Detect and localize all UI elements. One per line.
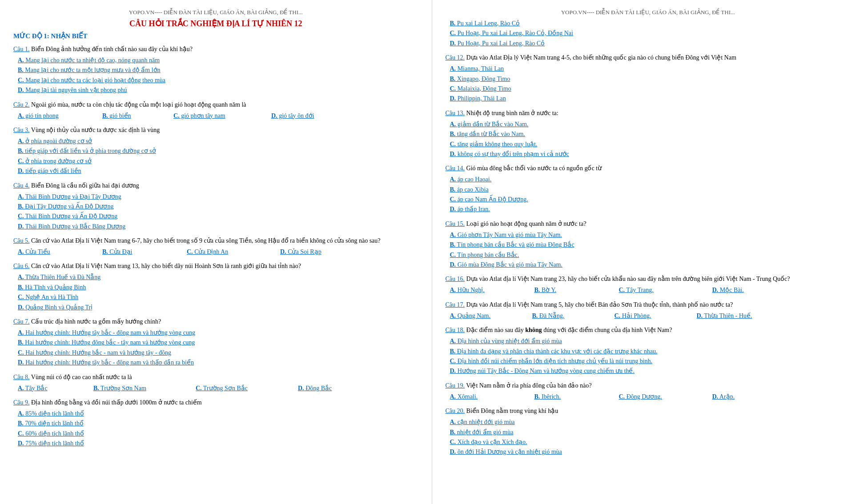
right-column: YOPO.VN---- DIỄN ĐÀN TÀI LIỆU, GIÁO ÁN, … xyxy=(432,0,864,504)
answer-item: D. Thừa Thiên - Huế. xyxy=(697,311,792,321)
question-14: Câu 14. Gió mùa đông bắc thổi vào nước t… xyxy=(446,164,851,215)
answer-item: A. Địa hình của vùng nhiệt đới ẩm gió mù… xyxy=(450,336,838,346)
q3-num: Câu 3. xyxy=(13,127,30,133)
answer-item: C. tăng giảm không theo quy luật. xyxy=(450,140,643,149)
q1-answers: A. Mang lại cho nước ta nhiệt độ cao, nó… xyxy=(18,56,418,96)
answer-item: B. Địa hình đa dạng và phân chia thành c… xyxy=(450,347,838,356)
answer-item: C. gió phơn tây nam xyxy=(173,111,258,121)
q9-num: Câu 9. xyxy=(13,399,30,406)
q18-num: Câu 18. xyxy=(446,327,465,333)
question-12: Câu 12. Dựa vào Atlat Địa lý Việt Nam tr… xyxy=(446,53,851,104)
q14-answers: A. áp cao Haoai. B. áp cao Xibia C. áp c… xyxy=(450,175,851,215)
question-1: Câu 1. Biển Đông ảnh hưởng đến tính chất… xyxy=(13,44,418,96)
answer-item: C. Đông Dương. xyxy=(619,392,699,402)
q8-answers: A. Tây Bắc B. Trường Sơn Nam C. Trường S… xyxy=(18,384,418,393)
q14-text: Gió mùa đông bắc thổi vào nước ta có ngu… xyxy=(466,165,602,172)
answer-item: D. gió tây ôn đới xyxy=(271,111,351,121)
answer-item: A. Xômali. xyxy=(450,392,521,402)
left-column: YOPO.VN---- DIỄN ĐÀN TÀI LIỆU, GIÁO ÁN, … xyxy=(0,0,432,504)
q3-answers: A. ở phía ngoài đường cơ sở B. tiếp giáp… xyxy=(18,136,418,176)
question-4: Câu 4. Biển Đông là cầu nối giữa hai đại… xyxy=(13,181,418,232)
answer-item: A. Cửa Tiểu xyxy=(18,247,89,257)
answer-item: D. Quảng Bình và Quảng Trị xyxy=(18,303,210,312)
answer-item: D. Đông Bắc xyxy=(298,384,360,393)
answer-item: B. Pu xai Lai Leng, Rào Cỏ xyxy=(450,19,838,28)
answer-item: A. giảm dần từ Bắc vào Nam. xyxy=(450,120,643,129)
answer-item: A. Mang lại cho nước ta nhiệt độ cao, nó… xyxy=(18,56,405,65)
answer-item: C. Hải Phòng. xyxy=(615,311,683,321)
q9-text: Địa hình đồng bằng và đồi núi thấp dưới … xyxy=(31,399,202,406)
q13-num: Câu 13. xyxy=(446,110,465,116)
answer-item: B. nhiệt đới ẩm gió mùa xyxy=(450,428,643,437)
answer-item: C. Tây Trang. xyxy=(619,285,699,295)
q12-answers: A. Mianma, Thái Lan B. Xingapo, Đông Tim… xyxy=(450,64,851,104)
answer-item: D. Mộc Bài. xyxy=(712,285,792,295)
q17-text: Dựa vào Atlat địa lí Việt Nam trang 5, h… xyxy=(466,301,733,308)
q17-answers: A. Quảng Nam. B. Đà Nẵng. C. Hải Phòng. … xyxy=(450,311,851,321)
question-3: Câu 3. Vùng nội thủy của nước ta được xá… xyxy=(13,125,418,176)
answer-item: B. Tín phong bán cầu Bắc và gió mùa Đông… xyxy=(450,240,838,250)
site-header-right: YOPO.VN---- DIỄN ĐÀN TÀI LIỆU, GIÁO ÁN, … xyxy=(446,9,851,16)
question-18: Câu 18. Đặc điểm nào sau đây không đúng … xyxy=(446,325,851,376)
answer-item: A. gió tín phong xyxy=(18,111,89,121)
answer-item: B. Ibêrich. xyxy=(534,392,606,402)
answer-item: B. Mang lại cho nước ta một lượng mưa và… xyxy=(18,65,405,75)
q8-text: Vùng núi có độ cao cao nhất nước ta là xyxy=(31,374,132,380)
answer-item: B. Hai hướng chính: Hướng đông bắc - tây… xyxy=(18,338,405,348)
q8-num: Câu 8. xyxy=(13,374,30,380)
answer-item: B. Cửa Đại xyxy=(102,247,173,257)
question-9: Câu 9. Địa hình đồng bằng và đồi núi thấ… xyxy=(13,398,418,449)
answer-item: B. tiếp giáp với đất liền và ở phía tron… xyxy=(18,146,405,156)
answer-item: C. Thái Bình Dương và Ấn Độ Dương xyxy=(18,212,210,221)
answer-item: C. Trường Sơn Bắc xyxy=(196,384,285,393)
q4-answers: A. Thái Bình Dương và Đại Tây Dương B. Đ… xyxy=(18,192,418,232)
q16-text: Dựa vào Atlat địa lí Việt Nam trang 23, … xyxy=(466,276,790,282)
q20-text: Biển Đông nằm trong vùng khí hậu xyxy=(466,408,559,414)
q11-cont-answers: B. Pu xai Lai Leng, Rào Cỏ C. Pu Hoạt, P… xyxy=(450,19,851,48)
answer-item: B. Hà Tĩnh và Quảng Bình xyxy=(18,283,210,292)
answer-item: C. Xích đạo và cận Xích đạo. xyxy=(450,437,643,447)
answer-item: D. Philippin, Thái Lan xyxy=(450,94,643,104)
question-5: Câu 5. Căn cứ vào Atlat Địa lí Việt Nam … xyxy=(13,236,418,257)
q6-text: Căn cứ vào Atlat Địa lí Việt Nam trang 1… xyxy=(31,263,301,269)
q17-num: Câu 17. xyxy=(446,301,465,308)
q20-answers: A. cận nhiệt đới gió mùa B. nhiệt đới ẩm… xyxy=(450,417,851,457)
answer-item: D. ôn đới Hải Dương và cận nhiệt gió mùa xyxy=(450,447,643,457)
answer-item: B. Xingapo, Đông Timo xyxy=(450,74,643,84)
question-15: Câu 15. Loại gió nào hoạt động quanh năm… xyxy=(446,219,851,270)
q5-answers: A. Cửa Tiểu B. Cửa Đại C. Cửa Định An D.… xyxy=(18,247,418,257)
site-header-left: YOPO.VN---- DIỄN ĐÀN TÀI LIỆU, GIÁO ÁN, … xyxy=(13,9,418,16)
question-2: Câu 2. Ngoài gió mùa, nước ta còn chịu t… xyxy=(13,100,418,121)
question-13: Câu 13. Nhiệt độ trung bình năm ở nước t… xyxy=(446,108,851,160)
q3-text: Vùng nội thủy của nước ta được xác định … xyxy=(31,127,160,133)
answer-item: A. Mianma, Thái Lan xyxy=(450,64,643,74)
answer-item: B. Trường Sơn Nam xyxy=(93,384,182,393)
question-7: Câu 7. Cấu trúc địa hình nước ta gồm mấy… xyxy=(13,317,418,368)
answer-item: D. Pu Hoạt, Pu xai Lai Leng, Rào Cỏ xyxy=(450,39,838,48)
answer-item: A. Thừa Thiên Huế và Đà Nẵng xyxy=(18,272,210,282)
q20-num: Câu 20. xyxy=(446,408,465,414)
answer-item: D. Gió mùa Đông Bắc và gió mùa Tây Nam. xyxy=(450,260,838,270)
answer-item: D. Mang lại tài nguyên sinh vật phong ph… xyxy=(18,85,405,95)
answer-item: A. Hai hướng chính: Hướng tây bắc - đông… xyxy=(18,328,405,338)
q15-answers: A. Gió phơn Tây Nam và gió mùa Tây Nam. … xyxy=(450,230,851,270)
answer-item: C. ở phía trong đường cơ sở xyxy=(18,156,405,166)
answer-item: B. Đà Nẵng. xyxy=(532,311,601,321)
answer-item: A. Quảng Nam. xyxy=(450,311,519,321)
answer-item: C. Malaixia, Đông Timo xyxy=(450,84,643,94)
page-title: CÂU HỎI TRẮC NGHIỆM ĐỊA LÍ TỰ NHIÊN 12 xyxy=(13,19,418,28)
answer-item: D. tiếp giáp với đất liền xyxy=(18,166,405,176)
answer-item: B. áp cao Xibia xyxy=(450,185,643,195)
answer-item: B. Bờ Y. xyxy=(534,285,606,295)
q15-num: Câu 15. xyxy=(446,220,465,227)
q19-text: Việt Nam nằm ở rìa phía đông của bán đảo… xyxy=(466,382,591,389)
answer-item: B. Đại Tây Dương và Ấn Độ Dương xyxy=(18,202,210,212)
answer-item: C. Cửa Định An xyxy=(187,247,267,257)
q2-num: Câu 2. xyxy=(13,101,30,108)
question-6: Câu 6. Căn cứ vào Atlat Địa lí Việt Nam … xyxy=(13,261,418,312)
q19-answers: A. Xômali. B. Ibêrich. C. Đông Dương. D.… xyxy=(450,392,851,402)
answer-item: C. Nghệ An và Hà Tĩnh xyxy=(18,292,210,302)
question-8: Câu 8. Vùng núi có độ cao cao nhất nước … xyxy=(13,372,418,393)
answer-item: D. 75% diện tích lãnh thổ xyxy=(18,439,210,448)
answer-item: C. Tín phong bán cầu Bắc. xyxy=(450,250,838,260)
